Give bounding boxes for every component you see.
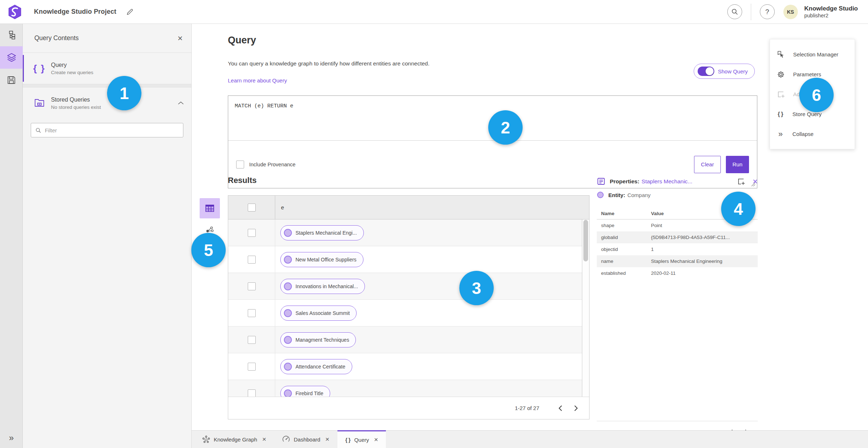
entity-pill[interactable]: New Metal Office Suppliers: [280, 252, 363, 267]
row-checkbox[interactable]: [248, 229, 256, 237]
learn-more-link[interactable]: Learn more about Query: [228, 77, 287, 84]
entity-dot-icon: [284, 256, 292, 264]
annotation-badge-4: 4: [721, 192, 756, 226]
knowledge-graph-icon: [202, 435, 210, 443]
property-value: Staplers Mechanical Engineering: [651, 259, 758, 264]
entity-pill[interactable]: Sales Associate Summit: [280, 306, 357, 321]
close-tab-icon[interactable]: ×: [326, 435, 329, 443]
query-contents-header: Query Contents ×: [23, 24, 191, 53]
menu-item-collapse[interactable]: » Collapse: [770, 124, 855, 144]
add-to-selection-icon[interactable]: [737, 177, 745, 186]
menu-item-label: Parameters: [793, 71, 821, 77]
results-page-range: 1-27 of 27: [515, 405, 539, 411]
user-info[interactable]: Knowledge Studio publisher2: [804, 5, 858, 19]
property-row[interactable]: objectid 1: [597, 243, 758, 255]
table-row[interactable]: Staplers Mechanical Engi...: [228, 219, 582, 246]
annotation-badge-2: 2: [488, 110, 523, 145]
property-value: {5D9B4713-F98D-4A53-A59F-C11...: [651, 235, 758, 240]
entity-pill[interactable]: Innovations in Mechanical...: [280, 279, 365, 294]
previous-page-icon[interactable]: [552, 401, 568, 415]
entity-pill[interactable]: Staplers Mechanical Engi...: [280, 225, 364, 240]
row-checkbox[interactable]: [248, 256, 256, 264]
tab-label: Dashboard: [294, 436, 320, 443]
select-all-checkbox[interactable]: [248, 204, 256, 212]
top-bar: Knowledge Studio Project ? KS Knowledge …: [0, 0, 868, 24]
table-row[interactable]: Sales Associate Summit: [228, 300, 582, 327]
tab-query[interactable]: { } Query ×: [337, 430, 386, 448]
left-rail: »: [0, 24, 23, 448]
menu-item-label: Ad: [793, 91, 800, 97]
menu-item-label: Selection Manager: [793, 51, 838, 57]
property-name: established: [597, 270, 651, 276]
menu-item-selection-manager[interactable]: Selection Manager: [770, 44, 855, 64]
run-button[interactable]: Run: [726, 156, 749, 173]
entity-pill[interactable]: Firebird Title: [280, 386, 330, 397]
property-row[interactable]: established 2020-02-11: [597, 267, 758, 279]
save-icon: [7, 76, 16, 85]
main-content: Query You can query a knowledge graph to…: [192, 24, 868, 448]
property-row[interactable]: globalid {5D9B4713-F98D-4A53-A59F-C11...: [597, 231, 758, 243]
property-name: globalid: [597, 235, 651, 240]
table-icon: [205, 203, 215, 213]
tab-label: Query: [354, 437, 369, 443]
properties-entity-link[interactable]: Staplers Mechanic...: [642, 178, 692, 185]
avatar[interactable]: KS: [783, 5, 798, 19]
property-row[interactable]: name Staplers Mechanical Engineering: [597, 255, 758, 267]
rail-item-layers[interactable]: [0, 46, 23, 69]
property-name: shape: [597, 223, 651, 228]
contents-item-title: Query: [51, 62, 93, 68]
entity-dot-icon: [284, 336, 292, 344]
tab-label: Knowledge Graph: [214, 436, 257, 443]
expand-rail-button[interactable]: »: [0, 433, 23, 443]
table-row[interactable]: Firebird Title: [228, 380, 582, 397]
layers-icon: [7, 52, 17, 63]
show-query-toggle[interactable]: Show Query: [694, 64, 755, 79]
question-icon: ?: [765, 8, 769, 16]
table-row[interactable]: Attendance Certificate: [228, 353, 582, 380]
table-row[interactable]: New Metal Office Suppliers: [228, 246, 582, 273]
include-provenance-checkbox[interactable]: [236, 161, 244, 168]
entity-pill[interactable]: Attendance Certificate: [280, 359, 352, 374]
contents-item-query[interactable]: { } Query Create new queries: [23, 53, 191, 84]
search-button[interactable]: [727, 4, 742, 19]
tab-knowledge-graph[interactable]: Knowledge Graph ×: [194, 431, 274, 448]
edit-title-icon[interactable]: [126, 8, 134, 16]
entity-pill-label: Firebird Title: [295, 391, 323, 396]
table-view-button[interactable]: [200, 198, 220, 218]
row-checkbox[interactable]: [248, 389, 256, 397]
entity-dot-icon: [284, 389, 292, 397]
help-button[interactable]: ?: [760, 4, 775, 19]
entity-pill-label: Sales Associate Summit: [295, 310, 350, 316]
results-table-header: e: [228, 196, 589, 219]
menu-item-label: Collapse: [792, 131, 813, 137]
entity-pill-label: Innovations in Mechanical...: [295, 283, 358, 289]
table-row[interactable]: Managment Techniques: [228, 327, 582, 353]
row-checkbox[interactable]: [248, 282, 256, 290]
close-tab-icon[interactable]: ×: [262, 435, 266, 443]
rail-item-save[interactable]: [0, 69, 23, 91]
next-page-icon[interactable]: [568, 401, 584, 415]
property-value: 2020-02-11: [651, 270, 758, 276]
section-divider: [23, 84, 191, 88]
row-checkbox[interactable]: [248, 363, 256, 371]
scrollbar-thumb[interactable]: [583, 220, 588, 261]
clear-button[interactable]: Clear: [694, 156, 721, 173]
filter-input[interactable]: [45, 127, 179, 133]
table-scrollbar[interactable]: [582, 219, 589, 397]
user-product-name: Knowledge Studio: [804, 5, 858, 12]
close-panel-icon[interactable]: ×: [178, 34, 183, 43]
row-checkbox[interactable]: [248, 309, 256, 317]
row-checkbox[interactable]: [248, 336, 256, 344]
query-description: You can query a knowledge graph to ident…: [228, 60, 430, 67]
filter-field: [31, 123, 183, 137]
close-tab-icon[interactable]: ×: [374, 436, 378, 444]
search-icon: [731, 8, 738, 15]
close-properties-icon[interactable]: ×: [753, 177, 758, 186]
entity-pill[interactable]: Managment Techniques: [280, 332, 356, 347]
chevron-up-icon[interactable]: [178, 101, 184, 105]
tab-dashboard[interactable]: Dashboard ×: [274, 431, 337, 448]
braces-icon: { }: [776, 111, 784, 118]
rail-item-data-model[interactable]: [0, 24, 23, 46]
table-row[interactable]: Innovations in Mechanical...: [228, 273, 582, 300]
results-view-toolbar: [200, 198, 220, 234]
